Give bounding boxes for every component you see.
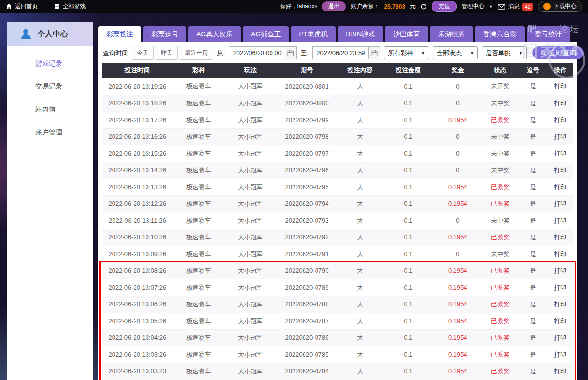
tab-8[interactable]: 香港六合彩 <box>475 26 525 42</box>
table-row: 2022-06-20 13:04:26极速赛车大小冠军20220620-0786… <box>102 329 573 346</box>
chase-cell: 是 <box>519 363 547 380</box>
tabs: 彩票投注彩票追号AG真人娱乐AG捕鱼王PT老虎机BBIN游戏沙巴体育乐游棋牌香港… <box>98 26 577 42</box>
greeting: 你好，fahaoxs <box>280 2 317 11</box>
calendar-icon[interactable] <box>285 47 296 59</box>
print-action-cell[interactable]: 打印 <box>547 313 573 329</box>
date-from-input[interactable]: 2022/06/20 00:00 <box>229 46 297 59</box>
print-action-cell[interactable]: 打印 <box>547 262 573 279</box>
print-action-cell[interactable]: 打印 <box>547 296 573 313</box>
print-action-cell[interactable]: 打印 <box>547 329 573 346</box>
date-to-value: 2022/06/20 23:59 <box>313 49 368 56</box>
print-action-cell[interactable]: 打印 <box>547 112 573 128</box>
table-row: 2022-06-20 13:13:26极速赛车大小冠军20220620-0795… <box>102 179 573 195</box>
table-row: 2022-06-20 13:16:26极速赛车大小冠军20220620-0798… <box>102 128 573 145</box>
bet-amount-cell: 0.1 <box>382 296 434 313</box>
play-cell: 大小冠军 <box>225 195 276 212</box>
recharge-button[interactable]: 充值 <box>432 1 457 12</box>
sidebar-item-1[interactable]: 交易记录 <box>7 75 93 98</box>
print-action-cell[interactable]: 打印 <box>547 212 573 229</box>
bet-amount-cell: 0.1 <box>382 279 434 296</box>
chevron-down-icon: ▼ <box>470 51 474 56</box>
chase-cell: 是 <box>519 179 547 195</box>
message-count-badge: 42 <box>522 3 533 11</box>
print-action-cell[interactable]: 打印 <box>547 128 573 145</box>
chevron-down-icon: ▼ <box>519 51 523 56</box>
tab-7[interactable]: 乐游棋牌 <box>430 26 473 42</box>
mail-icon <box>498 4 505 10</box>
tab-6[interactable]: 沙巴体育 <box>385 26 428 42</box>
tab-2[interactable]: AG真人娱乐 <box>188 26 241 42</box>
chase-cell: 是 <box>519 195 547 212</box>
quick-filter-1[interactable]: 昨天 <box>156 46 178 60</box>
bet-content-cell: 大 <box>338 78 382 95</box>
messages-link[interactable]: 消息 42 <box>498 2 533 11</box>
print-action-cell[interactable]: 打印 <box>547 162 573 179</box>
single-pick-value: 是否单挑 <box>486 49 510 57</box>
tab-0[interactable]: 彩票投注 <box>98 26 141 42</box>
play-cell: 大小冠军 <box>225 179 276 195</box>
status-cell: 已派奖 <box>481 363 519 380</box>
print-action-cell[interactable]: 打印 <box>547 279 573 296</box>
lottery-cell: 极速赛车 <box>173 296 225 313</box>
tab-3[interactable]: AG捕鱼王 <box>243 26 289 42</box>
query-button-label: 立即查询 <box>549 49 576 57</box>
date-to-input[interactable]: 2022/06/20 23:59 <box>312 46 380 59</box>
status-cell: 已派奖 <box>481 262 519 279</box>
home-link[interactable]: 返回首页 <box>6 2 38 11</box>
filter-bar: 查询时间 今天昨天最近一周 从: 2022/06/20 00:00 至: 202… <box>102 42 573 63</box>
print-action-cell[interactable]: 打印 <box>547 346 573 363</box>
issue-cell: 20220620-0791 <box>276 246 338 262</box>
print-action-cell[interactable]: 打印 <box>547 195 573 212</box>
table-row: 2022-06-20 13:11:26极速赛车大小冠军20220620-0793… <box>102 212 573 229</box>
status-select[interactable]: 全部状态 ▼ <box>433 46 478 59</box>
all-games-link[interactable]: 全部游戏 <box>54 2 86 11</box>
logout-button[interactable]: 退出 <box>322 1 346 11</box>
refresh-icon[interactable] <box>420 3 427 10</box>
tab-9[interactable]: 盈亏统计 <box>527 26 570 42</box>
download-center-button[interactable]: ↓ 下载中心 <box>538 1 582 12</box>
table-row: 2022-06-20 13:15:26极速赛车大小冠军20220620-0797… <box>102 145 573 162</box>
table-row: 2022-06-20 13:03:26极速赛车大小冠军20220620-0785… <box>102 346 573 363</box>
bet-content-cell: 大 <box>338 329 382 346</box>
table-row: 2022-06-20 13:17:26极速赛车大小冠军20220620-0799… <box>102 112 573 128</box>
calendar-icon[interactable] <box>368 47 380 59</box>
bet-content-cell: 大 <box>338 279 382 296</box>
lottery-type-select[interactable]: 所有彩种 ▼ <box>384 46 429 59</box>
tab-5[interactable]: BBIN游戏 <box>338 26 383 42</box>
prize-cell: 0.1954 <box>434 195 481 212</box>
play-cell: 大小冠军 <box>225 78 276 95</box>
bet-content-cell: 大 <box>338 95 382 112</box>
single-pick-select[interactable]: 是否单挑 ▼ <box>482 46 527 59</box>
chase-cell: 是 <box>519 128 547 145</box>
status-cell: 已派奖 <box>481 346 519 363</box>
table-row: 2022-06-20 13:06:26极速赛车大小冠军20220620-0788… <box>102 296 573 313</box>
print-action-cell[interactable]: 打印 <box>547 95 573 112</box>
sidebar-item-3[interactable]: 账户管理 <box>7 121 93 144</box>
column-header-7: 状态 <box>481 63 519 78</box>
query-button[interactable]: 立即查询 <box>532 46 584 59</box>
bet-amount-cell: 0.1 <box>382 128 434 145</box>
quick-filter-0[interactable]: 今天 <box>132 46 154 60</box>
quick-filter-2[interactable]: 最近一周 <box>180 46 213 60</box>
sidebar-item-0[interactable]: 游戏记录 <box>7 52 93 75</box>
issue-cell: 20220620-0793 <box>276 212 338 229</box>
prize-cell: 0 <box>434 128 481 145</box>
status-value: 全部状态 <box>437 49 462 57</box>
print-action-cell[interactable]: 打印 <box>547 363 573 380</box>
print-action-cell[interactable]: 打印 <box>547 179 573 195</box>
play-cell: 大小冠军 <box>225 145 276 162</box>
print-action-cell[interactable]: 打印 <box>547 229 573 246</box>
print-action-cell[interactable]: 打印 <box>547 78 573 95</box>
play-cell: 大小冠军 <box>225 262 276 279</box>
lottery-cell: 极速赛车 <box>173 162 225 179</box>
print-action-cell[interactable]: 打印 <box>547 246 573 262</box>
prize-cell: 0 <box>434 78 481 95</box>
download-label: 下载中心 <box>554 2 577 11</box>
tab-1[interactable]: 彩票追号 <box>143 26 186 42</box>
sidebar-item-2[interactable]: 站内信 <box>7 98 93 121</box>
tab-4[interactable]: PT老虎机 <box>291 26 336 42</box>
print-action-cell[interactable]: 打印 <box>547 145 573 162</box>
lottery-cell: 极速赛车 <box>173 78 225 95</box>
admin-center-menu[interactable]: 管理中心 ▼ <box>462 2 493 11</box>
lottery-cell: 极速赛车 <box>173 262 225 279</box>
